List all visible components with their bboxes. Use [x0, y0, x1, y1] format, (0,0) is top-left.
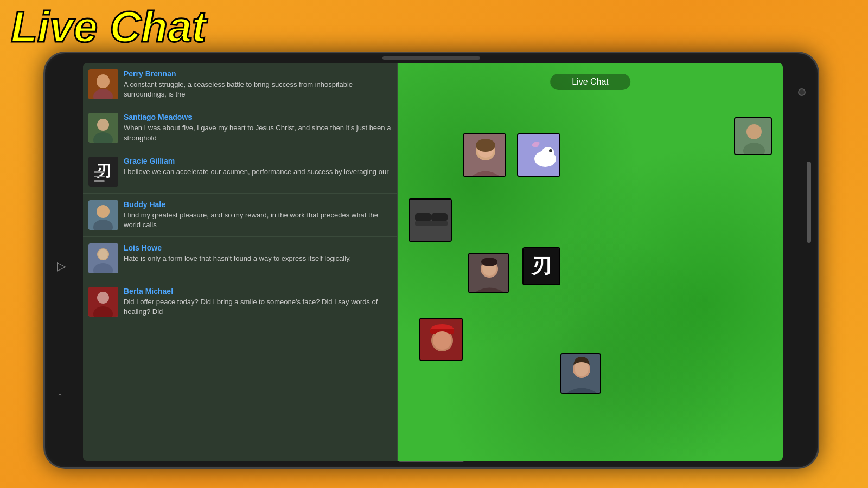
- phone-notch: [382, 56, 480, 60]
- nav-arrow-up[interactable]: ↑: [57, 389, 63, 403]
- chat-info-lois: Lois Howe Hate is only a form love that …: [124, 243, 392, 264]
- svg-point-15: [97, 292, 109, 304]
- floating-avatar-shoes[interactable]: [409, 198, 452, 242]
- chat-message-gracie: I believe we can accelerate our acumen, …: [124, 167, 392, 177]
- chat-info-perry: Perry Brennan A constant struggle, a cea…: [124, 69, 392, 99]
- chat-message-perry: A constant struggle, a ceaseless battle …: [124, 80, 392, 99]
- nav-arrow-forward[interactable]: ▷: [57, 259, 66, 273]
- avatar-lois: [88, 243, 118, 273]
- chat-name-santiago: Santiago Meadows: [124, 113, 392, 121]
- phone-frame: Perry Brennan A constant struggle, a cea…: [43, 52, 819, 469]
- chat-item-buddy[interactable]: Buddy Hale I find my greatest pleasure, …: [83, 194, 397, 237]
- chat-name-perry: Perry Brennan: [124, 69, 392, 78]
- live-chat-panel-header: Live Chat: [550, 74, 630, 90]
- chat-item-berta[interactable]: Berta Michael Did I offer peace today? D…: [83, 280, 397, 324]
- chat-message-berta: Did I offer peace today? Did I bring a s…: [124, 297, 392, 317]
- chat-info-gracie: Gracie Gilliam I believe we can accelera…: [124, 157, 392, 177]
- svg-point-27: [746, 124, 762, 139]
- chat-name-gracie: Gracie Gilliam: [124, 157, 392, 165]
- chat-info-berta: Berta Michael Did I offer peace today? D…: [124, 287, 392, 317]
- floating-avatar-girl1[interactable]: [463, 133, 506, 177]
- svg-rect-33: [429, 221, 448, 226]
- phone-camera-dot: [798, 88, 806, 96]
- svg-point-42: [433, 331, 451, 350]
- svg-rect-32: [431, 213, 448, 221]
- chat-name-lois: Lois Howe: [124, 243, 392, 252]
- chat-item-perry[interactable]: Perry Brennan A constant struggle, a cea…: [83, 63, 397, 106]
- svg-point-37: [481, 258, 497, 266]
- svg-point-20: [476, 139, 495, 152]
- chat-item-santiago[interactable]: Santiago Meadows When I was about five, …: [83, 106, 397, 150]
- floating-avatar-topright[interactable]: [734, 117, 772, 155]
- floating-avatar-redhat[interactable]: [419, 318, 463, 361]
- svg-point-5: [97, 119, 109, 131]
- svg-point-25: [549, 149, 552, 152]
- avatar-berta: [88, 287, 118, 317]
- chat-name-berta: Berta Michael: [124, 287, 392, 296]
- phone-volume-button: [807, 162, 811, 243]
- floating-avatar-dark[interactable]: 刃: [522, 247, 560, 285]
- svg-point-13: [98, 249, 108, 260]
- chat-item-lois[interactable]: Lois Howe Hate is only a form love that …: [83, 237, 397, 280]
- svg-point-8: [97, 205, 110, 218]
- phone-screen: Perry Brennan A constant struggle, a cea…: [83, 63, 783, 461]
- floating-avatar-girl2[interactable]: [468, 253, 509, 293]
- floating-avatar-pony[interactable]: [517, 133, 560, 177]
- svg-point-24: [546, 148, 553, 157]
- chat-message-santiago: When I was about five, I gave my heart t…: [124, 123, 392, 143]
- phone-menu-lines: [94, 171, 105, 182]
- svg-rect-30: [415, 213, 431, 221]
- svg-point-3: [98, 76, 108, 87]
- chat-list-panel: Perry Brennan A constant struggle, a cea…: [83, 63, 398, 461]
- chat-info-santiago: Santiago Meadows When I was about five, …: [124, 113, 392, 143]
- live-chat-panel: Live Chat: [398, 63, 783, 461]
- chat-item-gracie[interactable]: 刃 Gracie Gilliam I believe we can accele…: [83, 150, 397, 194]
- page-title: Live Chat: [11, 5, 206, 49]
- chat-name-buddy: Buddy Hale: [124, 200, 392, 209]
- chat-message-lois: Hate is only a form love that hasn't fou…: [124, 254, 392, 264]
- avatar-perry: [88, 69, 118, 99]
- floating-avatar-girl3[interactable]: [560, 353, 601, 394]
- chat-message-buddy: I find my greatest pleasure, and so my r…: [124, 210, 392, 230]
- chat-info-buddy: Buddy Hale I find my greatest pleasure, …: [124, 200, 392, 230]
- avatar-santiago: [88, 113, 118, 143]
- avatar-buddy: [88, 200, 118, 230]
